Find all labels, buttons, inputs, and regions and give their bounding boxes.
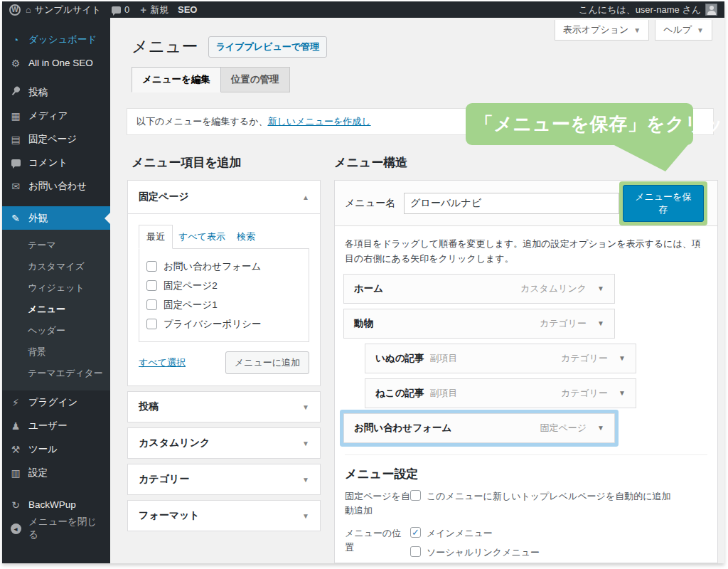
- sidebar-item-posts[interactable]: 投稿: [2, 80, 110, 104]
- seo-menu[interactable]: SEO: [178, 4, 197, 15]
- submenu-item-widgets[interactable]: ウィジェット: [2, 277, 110, 299]
- menu-item-dog-articles[interactable]: いぬの記事 副項目 カテゴリー ▼: [365, 344, 636, 373]
- user-avatar[interactable]: [705, 4, 717, 16]
- categories-accordion[interactable]: カテゴリー ▼: [127, 464, 321, 495]
- menu-name-input[interactable]: [404, 193, 619, 214]
- select-all-link[interactable]: すべて選択: [139, 356, 186, 369]
- tab-most-recent[interactable]: 最近: [139, 225, 173, 249]
- tab-manage-locations[interactable]: 位置の管理: [221, 67, 290, 92]
- sidebar-item-dashboard[interactable]: ◔ ダッシュボード: [2, 28, 110, 51]
- create-new-menu-link[interactable]: 新しいメニューを作成し: [267, 115, 370, 128]
- new-label: 新規: [150, 4, 168, 16]
- page-checkbox[interactable]: [146, 280, 157, 291]
- page-checkbox[interactable]: [146, 299, 157, 310]
- wordpress-admin-window: W ⌂ サンプルサイト 0 + 新規 SEO こんにちは、user-name さ…: [2, 1, 724, 563]
- dashboard-icon: ◔: [9, 34, 22, 46]
- social-menu-checkbox[interactable]: [410, 546, 421, 557]
- section-divider: [345, 454, 707, 455]
- auto-add-checkbox[interactable]: [410, 490, 421, 501]
- collapse-menu-button[interactable]: ◂ メニューを閉じる: [2, 516, 110, 540]
- site-name-link[interactable]: ⌂ サンプルサイト: [26, 4, 101, 16]
- menu-item-label: いぬの記事: [375, 352, 424, 365]
- chevron-down-icon: ▼: [697, 26, 704, 34]
- admin-bar: W ⌂ サンプルサイト 0 + 新規 SEO こんにちは、user-name さ…: [2, 1, 724, 18]
- menu-items-list: ホーム カスタムリンク ▼ 動物 カテゴリー ▼: [343, 274, 717, 443]
- new-content-menu[interactable]: + 新規: [140, 4, 168, 16]
- comment-count: 0: [124, 4, 129, 15]
- plus-icon: +: [140, 4, 146, 16]
- screen-options-button[interactable]: 表示オプション ▼: [555, 20, 649, 41]
- sidebar-item-pages[interactable]: ▤ 固定ページ: [2, 127, 110, 151]
- page-checkbox[interactable]: [146, 261, 157, 272]
- submenu-item-theme-editor[interactable]: テーマエディター: [2, 363, 110, 384]
- submenu-item-menus[interactable]: メニュー: [2, 299, 110, 320]
- seo-label: SEO: [178, 4, 197, 15]
- tab-search[interactable]: 検索: [231, 225, 261, 248]
- comments-shortcut[interactable]: 0: [112, 4, 129, 15]
- pages-accordion-header[interactable]: 固定ページ ▲: [128, 181, 320, 213]
- save-menu-button[interactable]: メニューを保存: [623, 185, 704, 222]
- auto-add-label: 固定ページを自動追加: [345, 489, 410, 518]
- live-preview-button[interactable]: ライブプレビューで管理: [208, 36, 327, 58]
- menu-settings-heading: メニュー設定: [345, 466, 707, 482]
- menu-item-animals[interactable]: 動物 カテゴリー ▼: [343, 309, 615, 339]
- sidebar-item-media[interactable]: ▦ メディア: [2, 104, 110, 127]
- page-option-label: 固定ページ2: [164, 280, 218, 292]
- sub-item-badge: 副項目: [429, 387, 457, 400]
- menu-item-cat-articles[interactable]: ねこの記事 副項目 カテゴリー ▼: [365, 378, 636, 408]
- accordion-title: 投稿: [139, 400, 159, 413]
- sidebar-item-backwpup[interactable]: ↻ BackWPup: [2, 493, 110, 516]
- submenu-item-customize[interactable]: カスタマイズ: [2, 256, 110, 277]
- home-icon: ⌂: [26, 5, 31, 14]
- chevron-down-icon[interactable]: ▼: [619, 389, 626, 397]
- wrench-icon: ⚒: [9, 444, 22, 455]
- main-menu-checkbox[interactable]: [410, 527, 421, 538]
- formats-accordion[interactable]: フォーマット ▼: [127, 500, 321, 531]
- wordpress-logo-icon: W: [9, 4, 21, 16]
- user-icon: ♟: [9, 420, 22, 432]
- posts-accordion[interactable]: 投稿 ▼: [127, 391, 321, 422]
- main-content: 表示オプション ▼ ヘルプ ▼ メニュー ライブプレビューで管理 メニューを編集…: [110, 18, 724, 563]
- user-greeting[interactable]: こんにちは、user-name さん: [579, 4, 701, 16]
- menu-item-home[interactable]: ホーム カスタムリンク ▼: [343, 274, 615, 304]
- chevron-down-icon[interactable]: ▼: [597, 424, 604, 432]
- custom-links-accordion[interactable]: カスタムリンク ▼: [127, 427, 321, 459]
- sidebar-item-settings[interactable]: ▥ 設定: [2, 461, 110, 484]
- submenu-item-background[interactable]: 背景: [2, 341, 110, 363]
- sidebar-item-appearance[interactable]: ✎ 外観: [2, 206, 110, 230]
- pages-accordion-title: 固定ページ: [139, 191, 189, 203]
- chevron-down-icon: ▼: [302, 512, 309, 520]
- chevron-down-icon[interactable]: ▼: [597, 284, 604, 292]
- sidebar-item-tools[interactable]: ⚒ ツール: [2, 437, 110, 461]
- plugin-icon: ⚡: [9, 397, 22, 408]
- help-button[interactable]: ヘルプ ▼: [655, 20, 712, 41]
- sidebar-item-users[interactable]: ♟ ユーザー: [2, 414, 110, 437]
- sidebar-item-plugins[interactable]: ⚡ プラグイン: [2, 390, 110, 414]
- auto-add-pages-row: 固定ページを自動追加 このメニューに新しいトップレベルページを自動的に追加: [345, 489, 707, 518]
- sidebar-item-comments[interactable]: コメント: [2, 151, 110, 174]
- chevron-down-icon[interactable]: ▼: [597, 319, 604, 327]
- chevron-up-icon: ▲: [302, 193, 309, 201]
- page-option-label: プライバシーポリシー: [164, 318, 262, 331]
- pages-icon: ▤: [9, 134, 22, 145]
- locations-label: メニューの位置: [345, 526, 410, 560]
- add-to-menu-button[interactable]: メニューに追加: [225, 351, 309, 374]
- submenu-item-themes[interactable]: テーマ: [2, 235, 110, 256]
- drag-instructions: 各項目をドラッグして順番を変更します。追加の設定オプションを表示するには、項目の…: [345, 236, 704, 267]
- wordpress-logo-menu[interactable]: W: [9, 4, 21, 16]
- chevron-down-icon[interactable]: ▼: [619, 354, 626, 362]
- settings-icon: ▥: [9, 467, 22, 479]
- accordion-title: カテゴリー: [139, 473, 189, 486]
- tab-view-all[interactable]: すべて表示: [173, 225, 231, 248]
- accordion-title: フォーマット: [139, 509, 200, 522]
- mail-icon: ✉: [9, 181, 22, 192]
- sidebar-item-aioseo[interactable]: ⚙ All in One SEO: [2, 51, 110, 75]
- page-checkbox[interactable]: [146, 319, 157, 329]
- pages-checklist: お問い合わせフォーム 固定ページ2 固定ページ1: [139, 248, 309, 342]
- menu-item-label: お問い合わせフォーム: [354, 422, 451, 435]
- submenu-item-header[interactable]: ヘッダー: [2, 320, 110, 341]
- menu-item-contact-form[interactable]: お問い合わせフォーム 固定ページ ▼: [343, 413, 615, 443]
- sidebar-item-contact[interactable]: ✉ お問い合わせ: [2, 174, 110, 198]
- collapse-menu-label: メニューを閉じる: [28, 516, 103, 541]
- tab-edit-menus[interactable]: メニューを編集: [132, 67, 221, 92]
